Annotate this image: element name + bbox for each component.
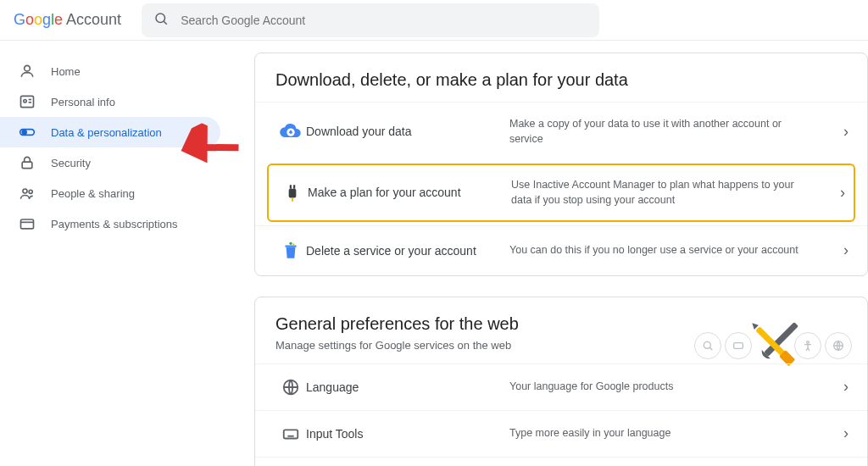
globe-icon: [275, 378, 306, 397]
globe-circle-icon: [825, 332, 852, 359]
people-sharing-icon: [19, 185, 36, 202]
row-input-tools[interactable]: Input Tools Type more easily in your lan…: [255, 410, 867, 457]
svg-line-25: [709, 347, 712, 350]
row-make-a-plan[interactable]: Make a plan for your account Use Inactiv…: [267, 164, 855, 221]
row-desc: You can do this if you no longer use a s…: [509, 242, 847, 258]
chevron-right-icon: ›: [843, 241, 849, 259]
card-general-preferences: General preferences for the web Manage s…: [254, 297, 868, 467]
home-icon: [19, 63, 36, 80]
svg-point-11: [29, 190, 32, 193]
personal-info-icon: [19, 93, 36, 110]
sidebar-nav: Home Personal info Data & personalizatio…: [0, 41, 220, 466]
payments-icon: [19, 215, 36, 232]
svg-point-0: [156, 14, 165, 23]
product-name: Account: [66, 11, 121, 29]
keyboard-icon: [275, 424, 306, 443]
google-logo: Google: [14, 11, 63, 29]
sidebar-item-label: Security: [51, 157, 91, 169]
sidebar-item-label: Home: [51, 65, 81, 78]
search-box[interactable]: [142, 3, 599, 37]
svg-point-23: [292, 243, 294, 245]
row-desc: Type more easily in your language: [509, 425, 847, 441]
svg-rect-21: [286, 245, 297, 247]
svg-point-8: [22, 130, 26, 135]
accessibility-circle-icon: [794, 332, 821, 359]
row-label: Language: [306, 380, 509, 394]
sidebar-item-label: Payments & subscriptions: [51, 218, 178, 230]
row-label: Input Tools: [306, 427, 509, 441]
download-cloud-icon: [275, 119, 306, 143]
sidebar-item-label: Personal info: [51, 96, 115, 108]
search-input[interactable]: [181, 14, 587, 27]
row-delete-service[interactable]: Delete a service or your account You can…: [255, 225, 867, 275]
chevron-right-icon: ›: [843, 424, 849, 442]
sidebar-item-people-sharing[interactable]: People & sharing: [0, 178, 220, 208]
sidebar-item-label: Data & personalization: [51, 126, 162, 139]
row-label: Make a plan for your account: [308, 186, 511, 199]
row-accessibility[interactable]: Accessibility Screen reader OFF High-con…: [255, 457, 867, 467]
svg-point-22: [289, 241, 292, 244]
row-desc: Your language for Google products: [509, 379, 847, 394]
svg-line-1: [164, 21, 167, 24]
row-language[interactable]: Language Your language for Google produc…: [255, 363, 867, 410]
svg-rect-3: [21, 96, 34, 107]
sidebar-item-payments-subscriptions[interactable]: Payments & subscriptions: [0, 208, 220, 239]
chevron-right-icon: ›: [843, 378, 849, 396]
magnify-circle-icon: [694, 332, 721, 359]
svg-rect-33: [284, 430, 298, 438]
svg-rect-9: [22, 162, 32, 169]
data-personalization-icon: [19, 124, 36, 141]
svg-point-24: [704, 341, 710, 348]
row-desc: Make a copy of your data to use it with …: [509, 116, 847, 147]
svg-point-4: [24, 100, 26, 103]
svg-point-10: [23, 189, 27, 193]
search-icon: [153, 11, 169, 30]
svg-rect-17: [289, 189, 297, 198]
plug-icon: [277, 181, 308, 203]
main-content: Download, delete, or make a plan for you…: [220, 41, 868, 466]
security-icon: [19, 154, 36, 171]
card-data-plan: Download, delete, or make a plan for you…: [254, 53, 868, 276]
brand: Google Account: [14, 11, 121, 29]
chevron-right-icon: ›: [843, 123, 849, 141]
svg-rect-12: [21, 219, 34, 229]
chevron-right-icon: ›: [840, 184, 845, 202]
card-title: Download, delete, or make a plan for you…: [275, 70, 847, 90]
row-download-your-data[interactable]: Download your data Make a copy of your d…: [255, 102, 867, 160]
sidebar-item-label: People & sharing: [51, 187, 135, 200]
sidebar-item-personal-info[interactable]: Personal info: [0, 86, 220, 117]
sidebar-item-home[interactable]: Home: [0, 56, 220, 86]
svg-point-30: [807, 341, 810, 343]
row-desc: Use Inactive Account Manager to plan wha…: [511, 177, 845, 208]
trash-icon: [275, 240, 306, 262]
app-header: Google Account: [0, 0, 868, 41]
svg-point-2: [25, 65, 31, 71]
row-label: Delete a service or your account: [306, 244, 509, 258]
row-label: Download your data: [306, 125, 509, 138]
